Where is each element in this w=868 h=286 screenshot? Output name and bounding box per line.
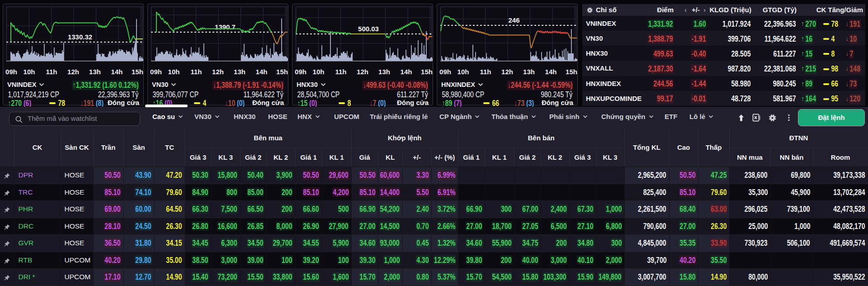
svg-text:246: 246: [508, 16, 519, 24]
svg-text:1330.32: 1330.32: [68, 33, 92, 41]
svg-text:500.03: 500.03: [358, 25, 379, 33]
svg-text:1390.7: 1390.7: [215, 23, 236, 31]
